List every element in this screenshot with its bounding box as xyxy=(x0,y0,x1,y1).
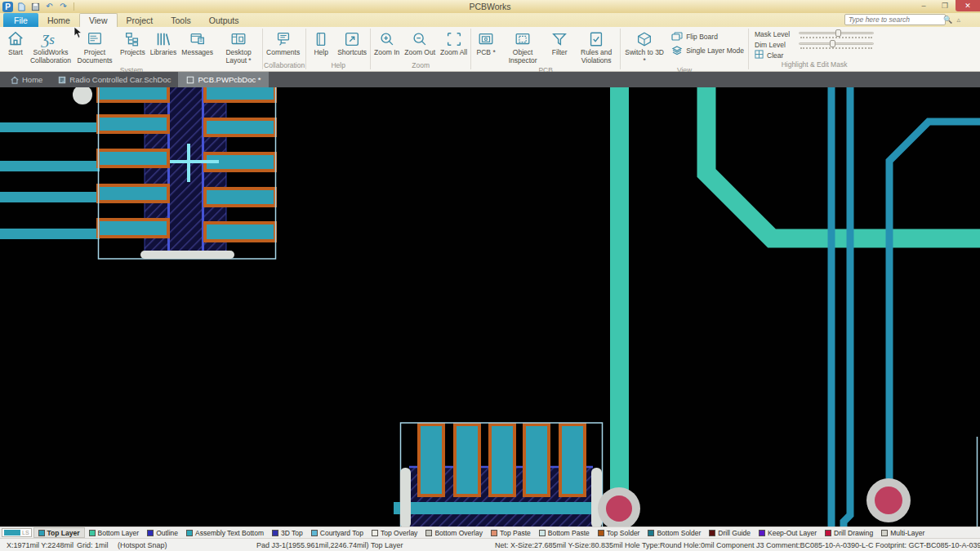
layer-tab-assembly-text-bottom[interactable]: Assembly Text Bottom xyxy=(182,527,268,538)
ribbon-pin-icon[interactable]: ▵ xyxy=(956,16,960,24)
layer-color-chip xyxy=(648,530,654,536)
doc-tab-schdoc[interactable]: Radio Controlled Car.SchDoc xyxy=(50,72,178,87)
clear-grid-icon xyxy=(755,50,764,60)
close-button[interactable]: ✕ xyxy=(956,0,980,11)
help-icon xyxy=(310,29,332,49)
layer-tab-keep-out-layer[interactable]: Keep-Out Layer xyxy=(755,527,821,538)
dim-level-label: Dim Level xyxy=(755,41,794,49)
search-input[interactable] xyxy=(845,16,943,24)
filter-button[interactable]: Filter xyxy=(546,29,573,58)
tab-home[interactable]: Home xyxy=(38,13,79,27)
cube-3d-icon xyxy=(634,29,655,49)
zoom-in-icon xyxy=(376,29,398,49)
layer-tab-top-layer[interactable]: Top Layer xyxy=(33,527,85,538)
zoom-in-button[interactable]: Zoom In xyxy=(372,29,402,58)
clear-button[interactable]: Clear xyxy=(755,50,874,60)
flip-board-button[interactable]: Flip Board xyxy=(670,31,744,42)
tab-project[interactable]: Project xyxy=(118,13,163,27)
left-traces[interactable] xyxy=(0,122,100,239)
connector-footprint[interactable] xyxy=(394,423,621,527)
projects-button[interactable]: Projects xyxy=(118,29,148,58)
group-collaboration: Comments Collaboration xyxy=(264,27,305,71)
search-icon: 🔍 xyxy=(943,16,955,24)
layer-tab-top-overlay[interactable]: Top Overlay xyxy=(368,527,421,538)
layer-tab-top-paste[interactable]: Top Paste xyxy=(487,527,535,538)
trace-vertical-thick[interactable] xyxy=(610,87,629,510)
doc-tab-home[interactable]: Home xyxy=(2,72,50,87)
layer-color-chip xyxy=(425,530,432,536)
zoom-out-button[interactable]: Zoom Out xyxy=(402,29,438,58)
ic-footprint[interactable] xyxy=(98,87,276,259)
tab-tools[interactable]: Tools xyxy=(162,13,200,27)
layer-tab-bottom-solder[interactable]: Bottom Solder xyxy=(644,527,705,538)
zoom-all-icon xyxy=(443,29,465,49)
group-separator xyxy=(305,29,306,69)
tab-file[interactable]: File xyxy=(3,13,38,27)
rules-check-icon xyxy=(586,29,607,49)
cursor-coordinates: X:1971mil Y:2248mil xyxy=(2,541,78,549)
rules-and-violations-button[interactable]: Rules and Violations xyxy=(573,29,619,66)
layer-tab-3d-top[interactable]: 3D Top xyxy=(268,527,307,538)
connector-silkscreen-left xyxy=(400,468,411,527)
libraries-button[interactable]: Libraries xyxy=(148,29,180,58)
snap-mode: (Hotspot Snap) xyxy=(113,541,172,549)
pcb-doc-icon xyxy=(185,76,194,84)
doc-tab-pcbdoc[interactable]: PCB.PWPcbDoc * xyxy=(178,72,268,87)
minimize-button[interactable]: – xyxy=(913,0,934,11)
layer-color-chip xyxy=(709,530,715,536)
pcb-panel-icon xyxy=(475,29,497,49)
flip-board-icon xyxy=(670,31,683,42)
search-box[interactable]: 🔍 xyxy=(844,14,946,25)
pcb-panel-button[interactable]: PCB * xyxy=(472,29,500,58)
via-hole-1 xyxy=(606,495,632,522)
group-help: Help Shortcuts Help xyxy=(307,27,369,71)
group-view: Switch to 3D * Flip Board Single Layer M… xyxy=(621,27,747,71)
group-separator xyxy=(620,29,621,69)
layer-tab-drill-drawing[interactable]: Drill Drawing xyxy=(821,527,877,538)
single-layer-mode-button[interactable]: Single Layer Mode xyxy=(670,45,744,56)
mask-level-thumb[interactable] xyxy=(835,29,841,37)
via-pad-1[interactable] xyxy=(598,487,640,527)
pcb-canvas[interactable] xyxy=(0,87,980,527)
layer-tab-multi-layer[interactable]: Multi-Layer xyxy=(877,527,929,538)
tab-view[interactable]: View xyxy=(79,13,118,27)
single-layer-icon xyxy=(670,45,683,56)
layer-tab-bottom-paste[interactable]: Bottom Paste xyxy=(535,527,594,538)
via-pad-2[interactable] xyxy=(866,478,911,522)
switch-to-3d-button[interactable]: Switch to 3D * xyxy=(621,29,667,66)
layer-tab-courtyard-top[interactable]: Courtyard Top xyxy=(307,527,368,538)
traces-thin[interactable] xyxy=(831,87,980,527)
trace-bent-thick[interactable] xyxy=(706,87,980,238)
trace-horizontal[interactable] xyxy=(394,502,621,514)
current-layer-chip[interactable]: LS xyxy=(2,528,32,537)
start-button[interactable]: Start xyxy=(2,29,29,58)
layer-tab-bottom-overlay[interactable]: Bottom Overlay xyxy=(421,527,487,538)
layer-tab-bottom-layer[interactable]: Bottom Layer xyxy=(85,527,144,538)
comments-button[interactable]: Comments xyxy=(264,29,302,58)
desktop-layout-button[interactable]: Desktop Layout * xyxy=(216,29,261,66)
mask-level-slider[interactable] xyxy=(799,29,874,38)
group-separator xyxy=(748,29,749,69)
group-zoom: Zoom In Zoom Out Zoom All Zoom xyxy=(372,27,470,71)
dim-level-slider[interactable] xyxy=(799,40,874,49)
layer-tab-drill-guide[interactable]: Drill Guide xyxy=(705,527,755,538)
solidworks-collaboration-button[interactable]: Ʒs SolidWorks Collaboration xyxy=(29,29,72,66)
zoom-all-button[interactable]: Zoom All xyxy=(438,29,470,58)
connector-pads[interactable] xyxy=(419,424,585,495)
shortcuts-button[interactable]: Shortcuts xyxy=(335,29,369,58)
object-inspector-button[interactable]: Object Inspector xyxy=(500,29,546,66)
ribbon: Start Ʒs SolidWorks Collaboration Projec… xyxy=(0,27,980,72)
messages-button[interactable]: Messages xyxy=(179,29,216,58)
tab-outputs[interactable]: Outputs xyxy=(200,13,248,27)
maximize-button[interactable]: ❐ xyxy=(934,0,956,11)
layer-tab-outline[interactable]: Outline xyxy=(143,527,182,538)
layer-color-chip xyxy=(147,530,154,536)
group-label-highlight-edit-mask: Highlight & Edit Mask xyxy=(755,60,874,70)
window-title: PCBWorks xyxy=(0,2,980,11)
dim-level-thumb[interactable] xyxy=(830,40,835,47)
layer-tab-top-solder[interactable]: Top Solder xyxy=(594,527,644,538)
zoom-out-icon xyxy=(409,29,430,49)
layer-color-chip xyxy=(89,530,96,536)
comments-icon xyxy=(273,29,294,49)
help-button[interactable]: Help xyxy=(307,29,335,58)
